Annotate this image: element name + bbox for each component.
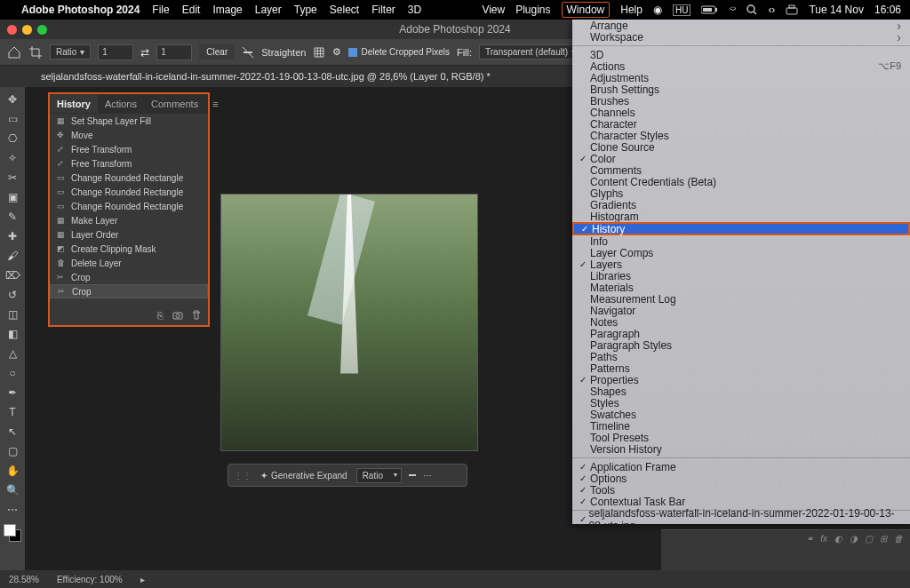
window-menu-item[interactable]: Notes [572,316,910,328]
window-menu-item[interactable]: Clone Source [572,141,910,153]
crop-tool-icon[interactable] [28,45,43,60]
window-menu-item[interactable]: ✓History [572,222,910,235]
zoom-value[interactable]: 28.58% [9,575,39,584]
frame-tool[interactable]: ▣ [4,188,21,206]
ratio-h-input[interactable] [156,44,192,60]
menu-filter[interactable]: Filter [371,4,395,16]
window-menu-item[interactable]: Paths [572,351,910,362]
window-menu-item[interactable]: ✓Tools [572,484,910,496]
menu-edit[interactable]: Edit [182,4,201,16]
adjust-icon[interactable]: ◑ [850,534,858,544]
menu-select[interactable]: Select [330,4,359,16]
folder-icon[interactable]: ▢ [865,534,873,544]
delete-cropped-checkbox[interactable]: Delete Cropped Pixels [348,47,450,57]
menu-plugins[interactable]: Plugins [515,4,550,16]
eyedropper-tool[interactable]: ✎ [4,208,21,226]
menu-layer[interactable]: Layer [255,4,282,16]
trash-icon-2[interactable]: 🗑 [894,534,903,544]
type-tool[interactable]: T [4,403,21,421]
drag-handle-icon[interactable]: ⋮⋮ [234,471,251,481]
window-menu-item[interactable]: Histogram [572,211,910,222]
ratio-w-input[interactable] [98,44,133,60]
search-icon[interactable] [746,4,757,15]
window-menu-item[interactable]: Actions [572,60,910,72]
battery-icon[interactable] [701,5,719,14]
record-icon[interactable]: ◉ [653,4,662,16]
blur-tool[interactable]: △ [4,345,21,362]
history-item[interactable]: ◩Create Clipping Mask [50,242,208,256]
history-item[interactable]: ▭Change Rounded Rectangle [50,185,208,199]
panel-menu-icon[interactable]: ≡ [205,95,225,113]
menu-image[interactable]: Image [212,4,242,16]
menu-window[interactable]: Window [562,2,611,18]
window-menu-item[interactable]: ✓Contextual Task Bar [572,496,910,507]
ratio-select[interactable]: Ratio▾ [50,44,91,60]
window-menu-item[interactable]: Tool Presets [572,432,910,443]
camera-icon[interactable] [172,311,183,320]
time[interactable]: 16:06 [874,4,901,16]
window-menu-item[interactable]: Brushes [572,95,910,107]
more-tools[interactable]: ⋯ [4,501,21,519]
generative-expand-button[interactable]: ✦ Generative Expand [257,469,351,482]
comments-tab[interactable]: Comments [144,95,205,113]
window-menu-item[interactable]: ✓seljalandsfoss-waterfall-in-iceland-in-… [572,513,910,524]
document-tab[interactable]: seljalandsfoss-waterfall-in-iceland-in-s… [30,68,501,85]
window-menu-item[interactable]: Version History [572,443,910,455]
window-menu-item[interactable]: Glyphs [572,187,910,199]
window-menu-item[interactable]: Paragraph [572,328,910,339]
window-menu-item[interactable]: Shapes [572,385,910,397]
window-menu-item[interactable]: ✓Color [572,153,910,164]
control-center-icon[interactable]: ‹› [768,4,775,16]
straighten-label[interactable]: Straighten [261,47,306,58]
window-menu-item[interactable]: Measurement Log [572,293,910,305]
window-menu-item[interactable]: ✓Properties [572,374,910,385]
window-menu-item[interactable]: Layer Comps [572,247,910,258]
actions-tab[interactable]: Actions [98,95,144,113]
window-menu-item[interactable]: ✓Options [572,473,910,484]
menu-3d[interactable]: 3D [408,4,421,16]
toolbox-icon[interactable] [786,4,798,15]
straighten-ctx-icon[interactable] [407,470,418,481]
more-ctx-icon[interactable]: ⋯ [423,471,432,481]
ratio-select-ctx[interactable]: Ratio [356,468,402,483]
grid-icon[interactable] [313,46,325,59]
window-menu-item[interactable]: Arrange [572,20,910,31]
shape-tool[interactable]: ▢ [4,442,21,460]
new-snapshot-icon[interactable]: ⎘ [157,310,164,321]
history-item[interactable]: ▦Make Layer [50,213,208,227]
gradient-tool[interactable]: ◧ [4,325,21,343]
window-menu-item[interactable]: Gradients [572,199,910,211]
heal-tool[interactable]: ✚ [4,227,21,245]
history-item[interactable]: ⤢Free Transform [50,142,208,156]
date[interactable]: Tue 14 Nov [809,4,864,16]
brush-tool[interactable]: 🖌 [4,247,21,265]
window-menu-item[interactable]: Navigator [572,305,910,316]
history-item[interactable]: ▭Change Rounded Rectangle [50,199,208,213]
input-lang[interactable]: HU [673,4,690,16]
color-swatch[interactable] [4,524,21,542]
window-menu-item[interactable]: Channels [572,107,910,118]
window-menu-item[interactable]: Content Credentials (Beta) [572,176,910,187]
fx-icon[interactable]: fx [820,534,827,544]
wifi-icon[interactable]: ⌔ [730,4,736,16]
window-menu-item[interactable]: Brush Settings [572,83,910,95]
statusbar-arrow-icon[interactable]: ▸ [140,575,145,584]
window-menu-item[interactable]: Adjustments [572,72,910,83]
window-menu-item[interactable]: 3D [572,49,910,60]
clear-button[interactable]: Clear [199,44,235,60]
wand-tool[interactable]: ✧ [4,149,21,167]
hand-tool[interactable]: ✋ [4,462,21,480]
trash-icon[interactable] [192,310,201,321]
window-menu-item[interactable]: ✓Layers [572,258,910,270]
menu-file[interactable]: File [152,4,169,16]
path-tool[interactable]: ↖ [4,423,21,441]
new-icon[interactable]: ⊞ [880,534,887,544]
history-item[interactable]: ✂Crop [50,270,208,284]
menu-type[interactable]: Type [294,4,317,16]
zoom-tool[interactable]: 🔍 [4,481,21,499]
swap-icon[interactable]: ⇄ [140,46,149,59]
link-icon[interactable]: ⚭ [806,534,813,544]
lasso-tool[interactable]: ⎔ [4,130,21,147]
history-item[interactable]: ✥Move [50,128,208,142]
history-item[interactable]: 🗑Delete Layer [50,256,208,270]
